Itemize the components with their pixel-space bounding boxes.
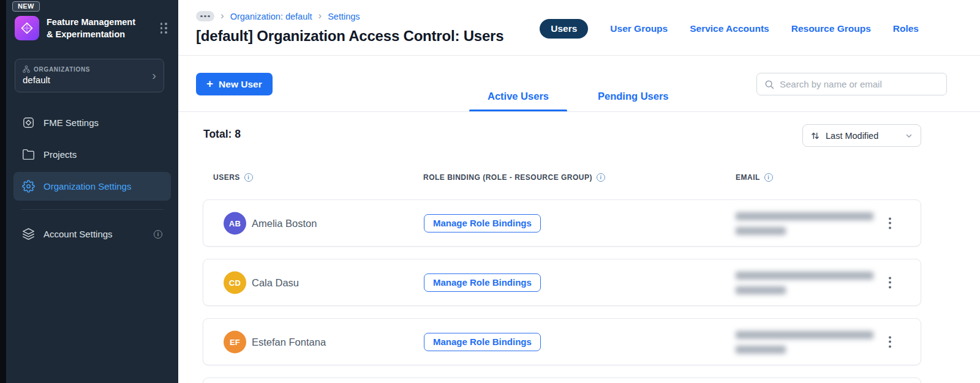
left-edge-strip — [0, 0, 6, 383]
diamond-icon — [20, 21, 34, 35]
chevron-right-icon: › — [318, 10, 322, 22]
org-selector-label-row: ORGANIZATIONS — [23, 65, 156, 73]
info-icon[interactable]: i — [244, 173, 253, 182]
table-row: EF Estefan Fontana Manage Role Bindings — [203, 318, 921, 365]
org-selector-value: default — [23, 75, 156, 85]
sidebar-item-account-settings[interactable]: Account Settings i — [13, 220, 171, 248]
user-name: Amelia Boston — [252, 217, 317, 229]
column-header-users: USERS i — [213, 173, 253, 182]
column-header-role-binding: ROLE BINDING (ROLE - RESOURCE GROUP) i — [423, 173, 605, 182]
sidebar-item-organization-settings[interactable]: Organization Settings — [13, 172, 171, 201]
app-title: Feature Management & Experimentation — [47, 16, 140, 40]
email-redacted — [736, 269, 880, 296]
column-label: USERS — [213, 173, 240, 182]
manage-role-bindings-button[interactable]: Manage Role Bindings — [424, 333, 541, 351]
app-logo — [15, 16, 39, 40]
row-menu-kebab-icon[interactable] — [886, 333, 894, 350]
gear-icon — [22, 180, 35, 193]
page-title: [default] Organization Access Control: U… — [196, 28, 503, 45]
tab-active-users[interactable]: Active Users — [469, 91, 567, 111]
column-header-email: EMAIL i — [736, 173, 773, 182]
breadcrumb-link-settings[interactable]: Settings — [328, 12, 360, 21]
sort-label: Last Modified — [826, 131, 878, 141]
search-icon — [764, 80, 774, 89]
column-label: ROLE BINDING (ROLE - RESOURCE GROUP) — [423, 173, 592, 182]
new-badge: NEW — [12, 1, 40, 12]
table-row: AB Amelia Boston Manage Role Bindings — [203, 199, 921, 247]
fme-logo-icon — [22, 116, 35, 129]
sort-arrows-icon — [810, 131, 820, 141]
folder-icon — [22, 148, 35, 161]
email-redacted — [736, 329, 880, 355]
user-state-tabs: Active Users Pending Users — [469, 56, 687, 111]
column-label: EMAIL — [736, 173, 760, 182]
breadcrumb: › Organization: default › Settings — [196, 10, 360, 22]
new-user-button-label: New User — [219, 79, 262, 90]
manage-role-bindings-button[interactable]: Manage Role Bindings — [424, 273, 541, 292]
plus-icon: + — [206, 78, 213, 91]
avatar: CD — [224, 271, 246, 294]
manage-role-bindings-button[interactable]: Manage Role Bindings — [424, 214, 541, 232]
user-name: Estefan Fontana — [252, 336, 326, 348]
breadcrumb-ellipsis-button[interactable] — [196, 11, 214, 21]
sidebar-item-label: Projects — [43, 149, 77, 160]
main-content: › Organization: default › Settings [defa… — [178, 0, 980, 383]
info-icon[interactable]: i — [154, 230, 162, 239]
chevron-down-icon — [905, 132, 913, 140]
divider — [178, 111, 980, 112]
chevron-right-icon: › — [221, 10, 224, 22]
table-row-partial — [203, 377, 921, 383]
access-control-tabs: Users User Groups Service Accounts Resou… — [540, 19, 919, 39]
org-selector-label: ORGANIZATIONS — [34, 66, 90, 73]
sidebar-divider — [21, 209, 164, 210]
info-icon[interactable]: i — [597, 173, 605, 182]
sidebar-item-projects[interactable]: Projects — [13, 140, 171, 169]
avatar: EF — [224, 330, 246, 353]
sidebar-item-label: Organization Settings — [43, 181, 131, 192]
sidebar-item-fme-settings[interactable]: FME Settings — [13, 108, 171, 137]
sort-dropdown[interactable]: Last Modified — [802, 124, 921, 147]
email-redacted — [736, 210, 880, 237]
tab-roles[interactable]: Roles — [893, 23, 919, 34]
sidebar-item-label: Account Settings — [43, 229, 113, 239]
tab-users[interactable]: Users — [540, 19, 588, 39]
tab-resource-groups[interactable]: Resource Groups — [791, 23, 871, 34]
organization-selector[interactable]: ORGANIZATIONS default › — [15, 59, 164, 92]
sidebar: NEW Feature Management & Experimentation… — [6, 0, 178, 383]
avatar: AB — [224, 212, 246, 234]
user-name: Cala Dasu — [252, 277, 299, 288]
apps-grid-icon[interactable] — [158, 20, 170, 36]
info-icon[interactable]: i — [764, 173, 773, 182]
chevron-right-icon: › — [152, 69, 156, 83]
sidebar-nav: FME Settings Projects Organization Setti… — [6, 108, 178, 201]
layers-icon — [22, 228, 35, 240]
row-menu-kebab-icon[interactable] — [886, 274, 894, 291]
table-row: CD Cala Dasu Manage Role Bindings — [203, 259, 921, 306]
tab-user-groups[interactable]: User Groups — [610, 23, 668, 34]
tab-service-accounts[interactable]: Service Accounts — [690, 23, 769, 34]
new-user-button[interactable]: + New User — [196, 73, 273, 95]
search-input[interactable] — [780, 79, 939, 89]
total-count: Total: 8 — [203, 128, 241, 141]
tab-pending-users[interactable]: Pending Users — [579, 91, 687, 111]
search-box[interactable] — [756, 73, 947, 95]
org-sitemap-icon — [23, 65, 30, 73]
breadcrumb-link-organization[interactable]: Organization: default — [230, 12, 312, 21]
row-menu-kebab-icon[interactable] — [886, 215, 894, 231]
sidebar-item-label: FME Settings — [43, 117, 99, 128]
